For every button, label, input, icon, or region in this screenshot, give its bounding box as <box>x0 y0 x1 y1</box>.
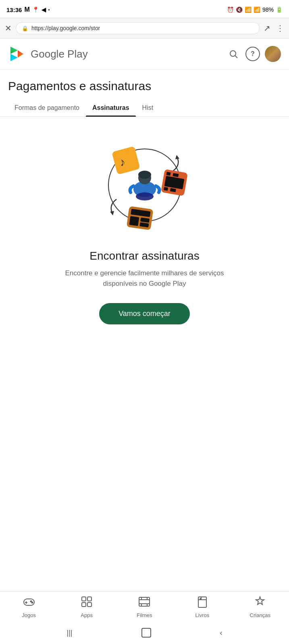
tabs-bar: Formas de pagamento Assinaturas Hist <box>0 99 289 117</box>
nav-jogos-label: Jogos <box>22 612 36 618</box>
svg-marker-9 <box>110 211 115 216</box>
status-time: 13:36 M 📍 ◀ • <box>6 6 50 13</box>
signal-icon: 📶 <box>254 6 260 13</box>
menu-dots-icon[interactable]: ⋮ <box>276 23 284 33</box>
page-title-section: Pagamentos e assinaturas <box>0 70 289 99</box>
url-bar[interactable]: 🔒 https://play.google.com/stor <box>16 22 260 34</box>
games-icon <box>23 596 35 611</box>
user-avatar[interactable] <box>265 46 281 62</box>
svg-marker-8 <box>175 155 179 159</box>
apps-icon <box>81 596 93 611</box>
svg-marker-44 <box>256 597 264 605</box>
content-description: Encontre e gerencie facilmente milhares … <box>60 268 229 289</box>
svg-marker-1 <box>10 54 18 61</box>
svg-marker-4 <box>18 50 23 58</box>
nav-apps[interactable]: Apps <box>71 596 103 618</box>
svg-rect-20 <box>129 216 139 226</box>
browser-actions: ↗ ⋮ <box>264 23 284 33</box>
android-home-button[interactable] <box>141 628 151 638</box>
mute-icon: 🔇 <box>236 6 243 13</box>
status-icons: ⏰ 🔇 📶 📶 98% 🔋 <box>227 6 283 13</box>
content-area: ♪ <box>0 117 289 466</box>
share-icon[interactable]: ↗ <box>264 23 270 33</box>
tab-assinaturas[interactable]: Assinaturas <box>86 99 136 116</box>
search-button[interactable] <box>226 47 241 61</box>
android-recent-icon[interactable]: ‹ <box>220 629 222 637</box>
gplay-title-text: Google Play <box>31 48 221 60</box>
svg-rect-36 <box>139 597 150 606</box>
svg-rect-43 <box>198 597 206 607</box>
nav-livros-label: Livros <box>195 612 210 618</box>
gplay-header: Google Play ? <box>0 39 289 70</box>
nav-apps-label: Apps <box>81 612 93 618</box>
svg-point-24 <box>136 192 154 200</box>
android-back-icon[interactable]: ||| <box>67 629 72 637</box>
tab-historico[interactable]: Hist <box>136 99 160 116</box>
nav-livros[interactable]: Livros <box>186 596 218 618</box>
nav-jogos[interactable]: Jogos <box>13 596 45 618</box>
wifi-icon: 📶 <box>245 6 252 13</box>
nav-criancas-label: Crianças <box>250 612 270 618</box>
svg-marker-0 <box>10 47 18 54</box>
subscriptions-illustration: ♪ <box>92 133 197 237</box>
android-nav-bar: ||| ‹ <box>0 621 289 644</box>
time-display: 13:36 <box>6 6 22 13</box>
bottom-nav: Jogos Apps Filmes <box>0 591 289 621</box>
books-icon <box>196 596 208 611</box>
tab-formas-pagamento[interactable]: Formas de pagamento <box>8 99 86 116</box>
help-button[interactable]: ? <box>245 47 260 61</box>
battery-icon: 🔋 <box>276 6 283 13</box>
battery-percent: 98% <box>262 6 274 13</box>
spacer <box>0 466 289 592</box>
svg-rect-33 <box>87 597 91 601</box>
nav-criancas[interactable]: Crianças <box>244 596 276 618</box>
url-text: https://play.google.com/stor <box>31 25 254 31</box>
nav-filmes[interactable]: Filmes <box>128 596 160 618</box>
page-title: Pagamentos e assinaturas <box>8 79 281 93</box>
alarm-icon: ⏰ <box>227 6 234 13</box>
browser-bar: ✕ 🔒 https://play.google.com/stor ↗ ⋮ <box>0 18 289 39</box>
lock-icon: 🔒 <box>22 25 28 31</box>
svg-point-30 <box>30 601 31 602</box>
content-heading: Encontrar assinaturas <box>89 250 199 262</box>
svg-rect-35 <box>87 603 91 607</box>
google-play-logo <box>8 45 26 63</box>
kids-icon <box>254 596 266 611</box>
svg-point-26 <box>138 171 151 179</box>
svg-rect-34 <box>82 603 86 607</box>
svg-rect-15 <box>163 187 168 191</box>
svg-rect-13 <box>166 172 170 176</box>
status-bar: 13:36 M 📍 ◀ • ⏰ 🔇 📶 📶 98% 🔋 <box>0 0 289 18</box>
films-icon <box>138 596 150 611</box>
svg-rect-32 <box>82 597 86 601</box>
cta-button[interactable]: Vamos começar <box>99 303 190 324</box>
svg-point-5 <box>230 51 236 56</box>
svg-line-6 <box>235 56 238 58</box>
close-tab-button[interactable]: ✕ <box>5 23 12 33</box>
nav-filmes-label: Filmes <box>137 612 152 618</box>
svg-point-31 <box>31 602 33 603</box>
